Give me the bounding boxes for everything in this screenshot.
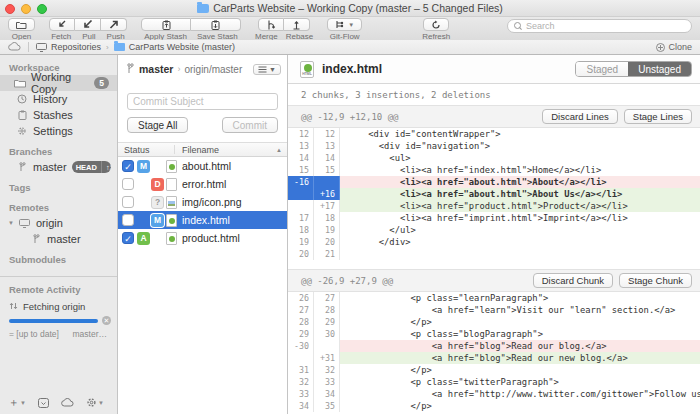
old-line-number[interactable]: -30 [288, 340, 314, 352]
file-row[interactable]: Derror.html [118, 175, 287, 193]
save-stash-button[interactable] [191, 18, 241, 31]
sidebar-item-history[interactable]: History [0, 91, 117, 107]
sidebar-item-remote-origin[interactable]: ▼ origin [0, 215, 117, 231]
new-line-number[interactable] [314, 340, 340, 352]
diff-line[interactable]: 3132 </p> [288, 364, 700, 376]
disclosure-triangle-icon[interactable]: ▼ [8, 220, 14, 226]
add-button[interactable]: ＋▼ [8, 395, 26, 410]
old-line-number[interactable]: 26 [288, 292, 314, 304]
gear-menu-button[interactable]: ▼ [86, 397, 104, 408]
file-row[interactable]: ?img/icon.png [118, 193, 287, 211]
search-input[interactable] [526, 21, 685, 31]
diff-line[interactable]: +17 <li><a href="product.html">Product</… [288, 200, 700, 212]
breadcrumb-current-repo[interactable]: CarParts Website (master) [114, 42, 235, 52]
sidebar-item-working-copy[interactable]: Working Copy 5 [0, 75, 117, 91]
diff-line[interactable]: 2930 <p class="blogParagraph"> [288, 328, 700, 340]
new-line-number[interactable]: 20 [314, 236, 340, 248]
stage-checkbox[interactable]: ✓ [122, 160, 134, 172]
old-line-number[interactable]: 15 [288, 164, 314, 176]
old-line-number[interactable]: 19 [288, 236, 314, 248]
discard-button[interactable]: Discard Chunk [533, 273, 613, 288]
refresh-button[interactable] [423, 18, 449, 31]
rebase-button[interactable] [284, 18, 310, 31]
new-line-number[interactable]: 28 [314, 304, 340, 316]
file-row[interactable]: ✓Mabout.html [118, 157, 287, 175]
commit-button[interactable]: Commit [222, 117, 278, 133]
new-line-number[interactable]: 34 [314, 388, 340, 400]
open-button[interactable] [8, 18, 35, 31]
old-line-number[interactable]: 32 [288, 376, 314, 388]
diff-line[interactable]: 3233 <p class="twitterParagraph"> [288, 376, 700, 388]
discard-button[interactable]: Discard Lines [542, 109, 618, 124]
new-line-number[interactable]: 18 [314, 212, 340, 224]
file-list-header[interactable]: Status Filename ▲ [118, 142, 287, 157]
cancel-fetch-button[interactable]: ✕ [102, 316, 111, 325]
diff-line[interactable]: 1515 <li><a href="index.html">Home</a></… [288, 164, 700, 176]
sidebar-item-branch-master[interactable]: master HEAD↑2 [0, 159, 117, 175]
old-line-number[interactable] [288, 200, 314, 212]
stage-checkbox[interactable] [122, 214, 134, 226]
new-line-number[interactable]: 14 [314, 152, 340, 164]
file-row[interactable]: Mindex.html [118, 211, 287, 229]
old-line-number[interactable] [288, 188, 314, 200]
diff-line[interactable]: 1212 <div id="contentWrapper"> [288, 128, 700, 140]
fetch-button[interactable] [49, 18, 75, 31]
old-line-number[interactable] [288, 352, 314, 364]
diff-line[interactable]: 1920 </div> [288, 236, 700, 248]
diff-line[interactable]: 2627 <p class="learnParagraph"> [288, 292, 700, 304]
old-line-number[interactable]: 13 [288, 140, 314, 152]
old-line-number[interactable]: 33 [288, 388, 314, 400]
new-line-number[interactable]: 15 [314, 164, 340, 176]
old-line-number[interactable]: 34 [288, 400, 314, 412]
title-bar[interactable]: CarParts Website – Working Copy (master … [0, 0, 700, 17]
sidebar-item-remote-master[interactable]: master [0, 231, 117, 247]
stage-button[interactable]: Stage Lines [624, 109, 692, 124]
breadcrumb-repositories[interactable]: Repositories [36, 42, 101, 52]
new-line-number[interactable]: 33 [314, 376, 340, 388]
clone-button[interactable]: Clone [656, 42, 692, 52]
new-line-number[interactable]: 13 [314, 140, 340, 152]
stage-all-button[interactable]: Stage All [127, 117, 188, 133]
new-line-number[interactable]: 21 [314, 248, 340, 260]
apply-stash-button[interactable] [141, 18, 191, 31]
sidebar-item-settings[interactable]: Settings [0, 123, 117, 139]
current-branch-label[interactable]: master [139, 63, 173, 75]
diff-line[interactable]: -30 <a href="blog">Read our blog.</a> [288, 340, 700, 352]
diff-line[interactable]: 1414 <ul> [288, 152, 700, 164]
new-line-number[interactable]: 19 [314, 224, 340, 236]
cloud-button[interactable] [61, 398, 74, 407]
old-line-number[interactable]: -16 [288, 176, 314, 188]
commit-subject-input[interactable] [127, 93, 278, 110]
old-line-number[interactable]: 27 [288, 304, 314, 316]
stage-checkbox[interactable] [122, 178, 134, 190]
column-divider[interactable] [174, 145, 175, 154]
diff-line[interactable]: 2829 </p> [288, 316, 700, 328]
diff-line[interactable]: 1819 </ul> [288, 224, 700, 236]
diff-line[interactable]: 2728 <a href="learn">Visit our "learn" s… [288, 304, 700, 316]
unstaged-tab[interactable]: Unstaged [628, 62, 691, 76]
push-button[interactable] [101, 18, 127, 31]
activity-cloud-icon[interactable] [8, 42, 21, 53]
diff-line[interactable]: 2021 [288, 248, 700, 260]
old-line-number[interactable]: 18 [288, 224, 314, 236]
old-line-number[interactable]: 12 [288, 128, 314, 140]
tray-button[interactable] [38, 398, 49, 408]
diff-line[interactable]: -16 <li><a href="about.html">About</a></… [288, 176, 700, 188]
merge-button[interactable] [258, 18, 284, 31]
new-line-number[interactable]: +17 [314, 200, 340, 212]
diff-line[interactable]: 1718 <li><a href="imprint.html">Imprint<… [288, 212, 700, 224]
old-line-number[interactable]: 28 [288, 316, 314, 328]
stage-button[interactable]: Stage Chunk [619, 273, 692, 288]
diff-line[interactable]: 3334 <a href="http://www.twitter.com/git… [288, 388, 700, 400]
file-row[interactable]: ✓Aproduct.html [118, 229, 287, 247]
stage-checkbox[interactable] [122, 196, 134, 208]
old-line-number[interactable]: 20 [288, 248, 314, 260]
staged-tab[interactable]: Staged [576, 62, 628, 76]
old-line-number[interactable]: 29 [288, 328, 314, 340]
new-line-number[interactable]: +16 [314, 188, 340, 200]
pull-button[interactable] [75, 18, 101, 31]
diff-line[interactable]: +31 <a href="blog">Read our new blog.</a… [288, 352, 700, 364]
new-line-number[interactable]: +31 [314, 352, 340, 364]
stage-checkbox[interactable]: ✓ [122, 232, 134, 244]
new-line-number[interactable] [314, 176, 340, 188]
